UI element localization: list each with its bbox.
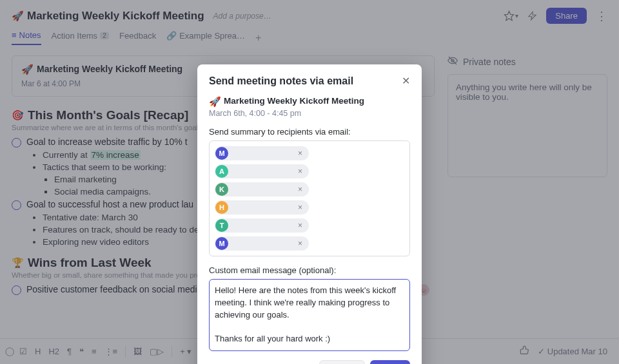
- avatar: M: [215, 147, 228, 160]
- recipients-input[interactable]: M×A×K×H×T×M×: [209, 140, 410, 256]
- remove-recipient-icon[interactable]: ×: [298, 221, 305, 230]
- message-label: Custom email message (optional):: [209, 265, 410, 275]
- recipient-chip[interactable]: K×: [215, 182, 309, 196]
- recipient-chip[interactable]: T×: [215, 218, 309, 233]
- send-button[interactable]: Send: [370, 360, 410, 364]
- recipient-chip[interactable]: A×: [215, 164, 309, 178]
- recipient-chip[interactable]: M×: [215, 146, 309, 160]
- recipient-chip[interactable]: H×: [215, 200, 309, 215]
- custom-message-input[interactable]: Hello! Here are the notes from this week…: [209, 279, 410, 351]
- cancel-button[interactable]: Cancel: [319, 360, 364, 364]
- avatar: A: [215, 165, 228, 178]
- send-email-modal: Send meeting notes via email ✕ 🚀 Marketi…: [197, 64, 422, 364]
- avatar: T: [215, 219, 228, 232]
- remove-recipient-icon[interactable]: ×: [298, 203, 305, 212]
- remove-recipient-icon[interactable]: ×: [298, 185, 305, 194]
- avatar: H: [215, 201, 228, 214]
- remove-recipient-icon[interactable]: ×: [298, 239, 305, 248]
- close-icon[interactable]: ✕: [402, 75, 410, 87]
- avatar: M: [215, 237, 228, 250]
- avatar: K: [215, 183, 228, 196]
- remove-recipient-icon[interactable]: ×: [298, 149, 305, 158]
- modal-subtitle: Marketing Weekly Kickoff Meeting: [224, 96, 364, 108]
- rocket-icon: 🚀: [209, 96, 221, 108]
- modal-actions: Cancel Send: [209, 360, 410, 364]
- modal-title: Send meeting notes via email: [209, 75, 353, 87]
- remove-recipient-icon[interactable]: ×: [298, 167, 305, 176]
- recipient-chip[interactable]: M×: [215, 236, 309, 251]
- recipients-label: Send summary to recipients via email:: [209, 127, 410, 137]
- modal-time: March 6th, 4:00 - 4:45 pm: [209, 109, 410, 118]
